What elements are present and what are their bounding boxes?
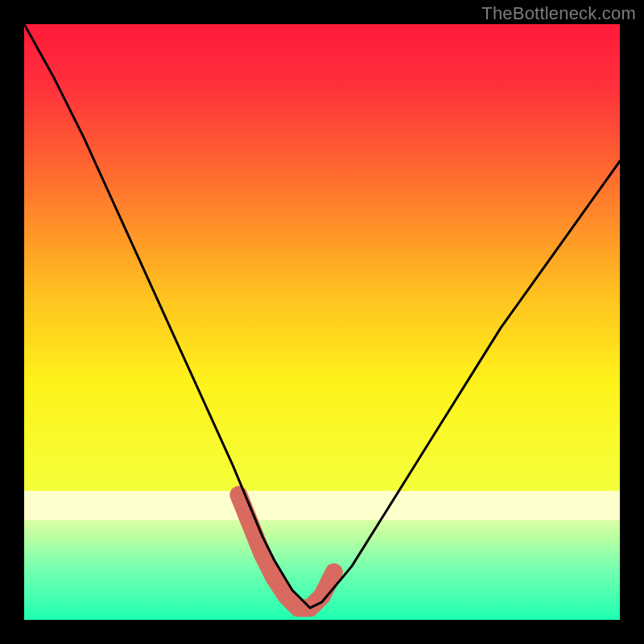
chart-frame: TheBottleneck.com (0, 0, 644, 644)
bottleneck-plot (24, 24, 620, 620)
watermark-text: TheBottleneck.com (481, 3, 636, 24)
pale-band (24, 491, 620, 520)
gradient-background (24, 24, 620, 620)
